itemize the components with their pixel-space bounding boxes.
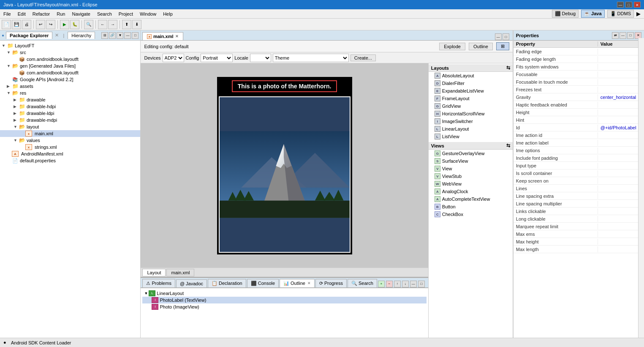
tree-item-pkg2[interactable]: 📦 com.androidbook.layoutft: [0, 69, 140, 76]
layout-item-dialerfilter[interactable]: D DialerFilter: [429, 79, 513, 87]
menu-file[interactable]: File: [0, 11, 14, 17]
new-btn[interactable]: 📄: [2, 20, 11, 29]
menu-project[interactable]: Project: [115, 11, 136, 17]
tree-item-google-apis[interactable]: 📚 Google APIs [Android 2.2]: [0, 76, 140, 83]
layout-item-expandablelistview[interactable]: E ExpandableListView: [429, 87, 513, 95]
layout-tab[interactable]: Layout: [142, 269, 166, 276]
layout-item-absolutelayout[interactable]: A AbsoluteLayout: [429, 72, 513, 79]
debug-perspective-btn[interactable]: ⬛ Debug: [552, 10, 579, 18]
prop-value[interactable]: center_horizontal: [598, 94, 644, 100]
outline-item-photo[interactable]: I Photo (ImageView): [142, 303, 426, 310]
close-button[interactable]: ✕: [634, 2, 641, 8]
layout-item-framelayout[interactable]: F FrameLayout: [429, 95, 513, 102]
redo-btn[interactable]: ↪: [46, 20, 55, 29]
tab-console[interactable]: ⬛ Console: [247, 279, 279, 287]
locale-select[interactable]: [250, 54, 271, 62]
toggle-view-button[interactable]: ⊞: [496, 42, 509, 50]
prop-value[interactable]: [598, 150, 644, 151]
prop-value[interactable]: [598, 158, 644, 158]
prop-value[interactable]: [598, 241, 644, 242]
print-btn[interactable]: 🖨: [22, 20, 31, 29]
layout-item-imageswitcher[interactable]: I ImageSwitcher: [429, 117, 513, 125]
menu-search[interactable]: Search: [94, 11, 115, 17]
tab-search[interactable]: 🔍 Search: [348, 279, 377, 287]
prop-value[interactable]: [598, 51, 644, 52]
tree-item-strings-xml[interactable]: x strings.xml: [0, 144, 140, 150]
maximize-panel-icon[interactable]: □: [132, 32, 139, 39]
tree-item-layout[interactable]: ▼ 📂 layout: [0, 123, 140, 130]
props-scrollbar[interactable]: [638, 38, 644, 338]
tree-item-values[interactable]: ▼ 📂 values: [0, 137, 140, 144]
editor-min-icon[interactable]: —: [495, 33, 502, 40]
prop-value[interactable]: [598, 89, 644, 90]
prop-value[interactable]: [598, 188, 644, 189]
prop-value[interactable]: [598, 196, 644, 197]
layout-item-linearlayout[interactable]: L LinearLayout: [429, 125, 513, 133]
tree-item-res[interactable]: ▼ 📂 res: [0, 90, 140, 96]
layout-item-gridview[interactable]: G GridView: [429, 102, 513, 110]
link-with-editor-icon[interactable]: 🔗: [109, 32, 116, 39]
tree-item-layoutft[interactable]: ▼ 📁 LayoutFT: [0, 42, 140, 49]
prop-value[interactable]: @+id/PhotoLabel: [598, 125, 644, 131]
move-down-btn[interactable]: ↓: [402, 281, 409, 287]
prop-value[interactable]: [598, 226, 644, 227]
next-edit-btn[interactable]: ⬇: [132, 20, 141, 29]
sync-icon[interactable]: ⇄: [612, 32, 619, 39]
move-up-btn[interactable]: ↑: [394, 281, 401, 287]
config-select[interactable]: Portrait Landscape: [201, 54, 233, 62]
minimize-panel-icon[interactable]: —: [124, 32, 131, 39]
prop-value[interactable]: [598, 66, 644, 67]
prop-value[interactable]: [598, 74, 644, 75]
prop-value[interactable]: [598, 135, 644, 136]
view-item-surfaceview[interactable]: S SurfaceView: [429, 157, 513, 165]
source-tab[interactable]: main.xml: [166, 269, 194, 276]
outline-button[interactable]: Outline: [469, 43, 493, 50]
view-item-autocompletetextview[interactable]: A AutoCompleteTextView: [429, 195, 513, 203]
debug-btn[interactable]: 🐛: [70, 20, 79, 29]
run-btn[interactable]: ▶: [60, 20, 69, 29]
prop-value[interactable]: [598, 142, 644, 143]
search-btn[interactable]: 🔍: [84, 20, 93, 29]
minimize-button[interactable]: —: [617, 2, 624, 8]
menu-edit[interactable]: Edit: [14, 11, 29, 17]
view-item-viewstub[interactable]: V ViewStub: [429, 172, 513, 180]
tab-main-xml[interactable]: x main.xml ✕: [142, 32, 183, 40]
layouts-section-header[interactable]: Layouts ⇆: [429, 64, 513, 72]
theme-select[interactable]: Theme: [273, 54, 349, 62]
prop-value[interactable]: [598, 82, 644, 82]
layout-item-listview[interactable]: L ListView: [429, 133, 513, 140]
prop-value[interactable]: [598, 249, 644, 250]
prop-value[interactable]: [598, 219, 644, 219]
menu-window[interactable]: Window: [136, 11, 160, 17]
outline-item-linearlayout[interactable]: ▼ L LinearLayout: [142, 290, 426, 297]
prop-value[interactable]: [598, 173, 644, 174]
views-section-header[interactable]: Views ⇆: [429, 142, 513, 150]
view-item-view[interactable]: V View: [429, 165, 513, 172]
tree-item-drawable-hdpi[interactable]: ▶ 📁 drawable-hdpi: [0, 103, 140, 110]
rp-min-icon[interactable]: —: [620, 32, 626, 39]
ddms-perspective-btn[interactable]: 📱 DDMS: [607, 10, 634, 18]
forward-btn[interactable]: →: [108, 20, 117, 29]
outline-item-photolabel[interactable]: I PhotoLabel (TextView): [142, 297, 426, 303]
prop-value[interactable]: [598, 165, 644, 166]
tree-item-main-xml[interactable]: x main.xml: [0, 130, 140, 137]
menu-navigate[interactable]: Navigate: [68, 11, 93, 17]
prev-edit-btn[interactable]: ⬆: [122, 20, 131, 29]
tab-outline[interactable]: 📊 Outline ✕: [280, 279, 315, 287]
layout-item-horizontalscrollview[interactable]: H HorizontalScrollView: [429, 110, 513, 117]
panel-max-btn[interactable]: □: [418, 281, 425, 287]
tab-declaration[interactable]: 📋 Declaration: [208, 279, 246, 287]
prop-value[interactable]: [598, 104, 644, 105]
view-item-gestureoverlayview[interactable]: G GestureOverlayView: [429, 150, 513, 157]
view-item-webview[interactable]: W WebView: [429, 180, 513, 188]
undo-btn[interactable]: ↩: [36, 20, 45, 29]
panel-min-btn[interactable]: —: [410, 281, 417, 287]
tree-item-drawable-mdpi[interactable]: ▶ 📁 drawable-mdpi: [0, 117, 140, 123]
prop-value[interactable]: [598, 234, 644, 235]
prop-value[interactable]: [598, 112, 644, 113]
collapse-all-icon[interactable]: ⊟: [101, 32, 108, 39]
tab-javadoc[interactable]: @ Javadoc: [176, 279, 207, 287]
tree-item-src[interactable]: ▼ 📂 src: [0, 49, 140, 56]
save-btn[interactable]: 💾: [12, 20, 21, 29]
tree-item-pkg1[interactable]: 📦 com.androidbook.layoutft: [0, 56, 140, 63]
